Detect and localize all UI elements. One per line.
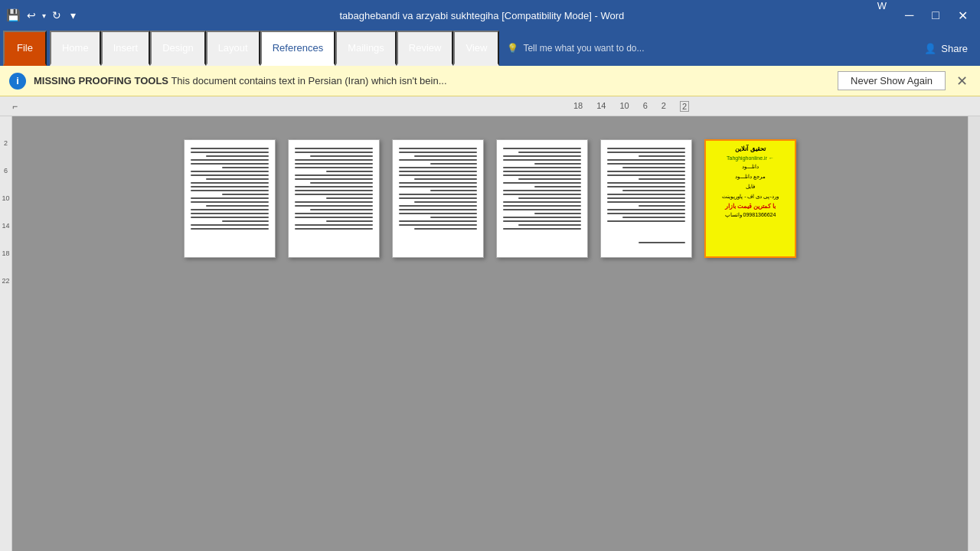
page-thumbnail-4 [496, 139, 588, 258]
ad-body-1: دانلـــود [742, 163, 759, 171]
info-icon: i [9, 73, 26, 90]
vertical-ruler: 2 6 10 14 18 22 [0, 116, 12, 551]
ruler-tab-stop[interactable]: ⌐ [12, 101, 18, 112]
tab-references[interactable]: References [260, 31, 335, 66]
tab-file[interactable]: File [3, 31, 47, 66]
tab-insert[interactable]: Insert [101, 31, 151, 66]
ad-body-4: ورد-پی دی اف - پاورپوینت [722, 193, 778, 201]
tab-design[interactable]: Design [150, 31, 205, 66]
page-thumbnail-2 [288, 139, 380, 258]
notification-title: MISSING PROOFING TOOLS [34, 75, 168, 86]
page-content-1 [185, 140, 275, 237]
person-icon: 👤 [924, 43, 936, 54]
page-thumbnail-3 [392, 139, 484, 258]
horizontal-ruler: ⌐ 18 14 10 6 2 2 [0, 96, 980, 116]
notification-text: MISSING PROOFING TOOLS This document con… [34, 75, 830, 86]
ribbon-search-area: 💡 Tell me what you want to do... [499, 31, 915, 66]
tab-layout[interactable]: Layout [206, 31, 260, 66]
quick-access-toolbar: 💾 ↩ ▾ ↻ ▾ [6, 8, 79, 23]
save-icon[interactable]: 💾 [6, 8, 21, 22]
minimize-button[interactable]: ─ [899, 0, 920, 31]
page-content-2 [289, 140, 379, 237]
never-show-again-button[interactable]: Never Show Again [838, 71, 946, 90]
tab-review[interactable]: Review [397, 31, 454, 66]
ad-body-3: فایل [746, 183, 755, 191]
page-content-3 [393, 140, 483, 237]
window-title: tabaghebandi va arzyabi sukhtegiha [Comp… [87, 10, 877, 21]
ad-price: با کمترین قیمت بازار [725, 203, 776, 210]
notification-bar: i MISSING PROOFING TOOLS This document c… [0, 66, 980, 96]
tab-mailings[interactable]: Mailings [335, 31, 397, 66]
tab-view[interactable]: View [453, 31, 499, 66]
search-placeholder: Tell me what you want to do... [523, 43, 644, 54]
page-content-5 [601, 140, 691, 251]
share-button[interactable]: 👤 Share [915, 31, 977, 66]
window-controls: W ─ □ ✕ [877, 0, 974, 31]
notification-close-button[interactable]: ✕ [953, 74, 971, 88]
ruler-numbers: 18 14 10 6 2 2 [573, 101, 689, 112]
pages-row: تحقیق آنلاین ← Tahghighonline.ir دانلـــ… [184, 139, 796, 258]
ribbon: File Home Insert Design Layout Reference… [0, 31, 980, 66]
close-button[interactable]: ✕ [952, 0, 974, 31]
vertical-scrollbar[interactable] [968, 116, 980, 551]
word-icon: W [877, 0, 887, 31]
undo-dropdown-icon[interactable]: ▾ [42, 11, 46, 20]
document-canvas[interactable]: تحقیق آنلاین ← Tahghighonline.ir دانلـــ… [12, 116, 968, 551]
page-content-4 [497, 140, 587, 237]
page-thumbnail-5 [600, 139, 692, 258]
restore-button[interactable]: □ [926, 0, 946, 31]
ad-site: ← Tahghighonline.ir [727, 155, 774, 161]
ad-phone: 09981366624 واتساپ [725, 212, 776, 218]
lightbulb-icon: 💡 [507, 43, 518, 54]
undo-button[interactable]: ↩ [24, 8, 39, 23]
title-bar: 💾 ↩ ▾ ↻ ▾ tabaghebandi va arzyabi sukhte… [0, 0, 980, 31]
page-thumbnail-1 [184, 139, 276, 258]
search-box[interactable]: 💡 Tell me what you want to do... [507, 43, 644, 54]
ad-body-2: مرجع دانلـــود [735, 173, 766, 181]
ad-title: تحقیق آنلاین [735, 145, 765, 153]
customize-qa-icon[interactable]: ▾ [67, 8, 79, 23]
redo-button[interactable]: ↻ [49, 8, 64, 23]
page-thumbnail-6-ad: تحقیق آنلاین ← Tahghighonline.ir دانلـــ… [704, 139, 796, 258]
tab-home[interactable]: Home [50, 31, 101, 66]
main-area: 2 6 10 14 18 22 [0, 116, 980, 551]
